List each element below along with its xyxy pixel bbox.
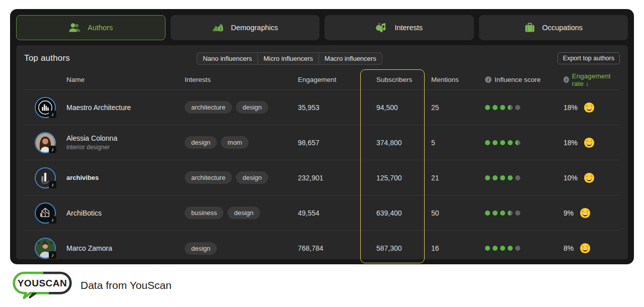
interest-tag: design [236,171,268,184]
influence-dot-full [500,246,505,251]
engagement-value: 49,554 [298,209,363,217]
influence-score-dots [485,211,564,216]
briefcase-icon [524,22,536,34]
tiktok-badge-icon: ♪ [49,146,56,153]
influence-dot-full [493,105,498,110]
subscribers-value: 639,400 [363,209,431,217]
influence-dot-empty [515,246,520,251]
influence-dot-full [485,105,490,110]
engagement-rate-value: 9% [564,209,574,217]
tab-occupations[interactable]: Occupations [479,15,628,40]
name-cell: ArchiBotics [66,209,185,217]
tab-label: Demographics [231,24,278,32]
engagement-rate-value: 8% [564,244,574,252]
author-subtitle: interior designer [66,144,185,151]
author-name[interactable]: ArchiBotics [66,209,185,217]
analytics-panel: Authors Demographics [10,9,634,264]
author-name[interactable]: Marco Zamora [66,244,185,252]
table-header-row: Name Interests Engagement Subscribers Me… [24,70,620,90]
tiktok-badge-icon: ♪ [49,111,56,118]
influence-dot-empty [515,105,520,110]
influence-dot-full [500,211,505,216]
page: Authors Demographics [0,0,644,307]
avatar-cell: ♪ [24,239,66,258]
star-struck-emoji [584,172,595,183]
engagement-rate-cell: 8% [564,243,620,254]
interest-tags: design [185,242,298,255]
subscribers-value: 374,800 [363,139,431,147]
header-subscribers: Subscribers [363,76,431,83]
name-cell: archivibes [66,174,185,181]
name-cell: Maestro Architecture [66,104,185,112]
influence-dot-half [508,211,513,216]
tiktok-badge-icon: ♪ [49,181,56,188]
name-cell: Marco Zamora [66,244,185,252]
info-icon[interactable]: i [564,76,569,83]
influence-dot-full [485,211,490,216]
influence-dot-full [485,140,490,145]
author-name[interactable]: Alessia Colonna [66,134,185,142]
influencer-filter-group: Nano influencers Micro influencers Macro… [197,52,382,65]
interest-tag: design [185,136,217,149]
filter-nano-influencers[interactable]: Nano influencers [197,52,258,65]
table-row[interactable]: ♪ Marco Zamora design 768,784 587,300 16… [24,231,620,266]
engagement-rate-value: 18% [564,139,578,147]
interest-tag: architecture [185,101,232,114]
engagement-value: 35,953 [298,104,363,112]
section-title: Top authors [24,53,70,63]
influence-dot-empty [515,175,520,180]
table-row[interactable]: ♪ Alessia Colonna interior designer desi… [24,125,620,160]
influence-dot-full [508,140,513,145]
table-row[interactable]: ♪ ArchiBotics businessdesign 49,554 639,… [24,195,620,231]
tab-bar: Authors Demographics [16,15,628,40]
apple-music-icon [375,22,388,34]
interest-tag: business [185,207,223,219]
avatar-cell: ♪ [24,168,66,187]
engagement-value: 98,657 [298,139,363,147]
influence-dot-full [508,175,513,180]
influence-dot-full [493,140,498,145]
interest-tags: businessdesign [185,207,298,219]
tab-label: Authors [88,24,113,32]
engagement-rate-value: 18% [564,104,578,112]
avatar-cell: ♪ [24,133,66,152]
header-influence-score: i Influence score [485,76,564,83]
interest-tag: mom [221,136,249,149]
influence-score-dots [485,105,564,110]
author-name[interactable]: archivibes [66,174,185,181]
tab-authors[interactable]: Authors [16,15,166,40]
export-top-authors-button[interactable]: Export top authors [557,52,620,64]
table-row[interactable]: ♪ Maestro Architecture architecturedesig… [24,90,620,125]
subscribers-value: 94,500 [363,104,431,112]
tiktok-badge-icon: ♪ [49,216,56,224]
footer-caption: Data from YouScan [80,279,172,291]
engagement-rate-value: 10% [564,174,578,182]
header-name: Name [66,76,185,83]
star-struck-emoji [584,102,595,113]
influence-dot-empty [515,211,520,216]
toolbar: Top authors Nano influencers Micro influ… [24,52,620,65]
youscan-logo: YOUSCAN [11,270,73,300]
filter-macro-influencers[interactable]: Macro influencers [319,52,382,65]
mentions-value: 50 [431,209,485,217]
interest-tags: architecturedesign [185,171,298,184]
tab-interests[interactable]: Interests [325,15,474,40]
people-icon [68,22,82,33]
influence-dot-full [493,246,498,251]
engagement-rate-cell: 10% [564,172,620,183]
interest-tag: design [227,207,260,219]
filter-micro-influencers[interactable]: Micro influencers [258,52,319,65]
header-engagement-rate[interactable]: i Engagement rate ↓ [564,72,620,87]
tab-label: Occupations [542,24,583,32]
header-interests: Interests [185,76,298,83]
author-name[interactable]: Maestro Architecture [66,104,185,112]
tab-demographics[interactable]: Demographics [171,15,320,40]
table-row[interactable]: ♪ archivibes architecturedesign 232,901 … [24,160,620,195]
influence-dot-full [500,175,505,180]
influence-dot-full [493,211,498,216]
name-cell: Alessia Colonna interior designer [66,134,185,151]
header-mentions: Mentions [431,76,485,83]
engagement-value: 232,901 [298,174,363,182]
info-icon[interactable]: i [485,76,492,83]
engagement-value: 768,784 [298,244,363,252]
